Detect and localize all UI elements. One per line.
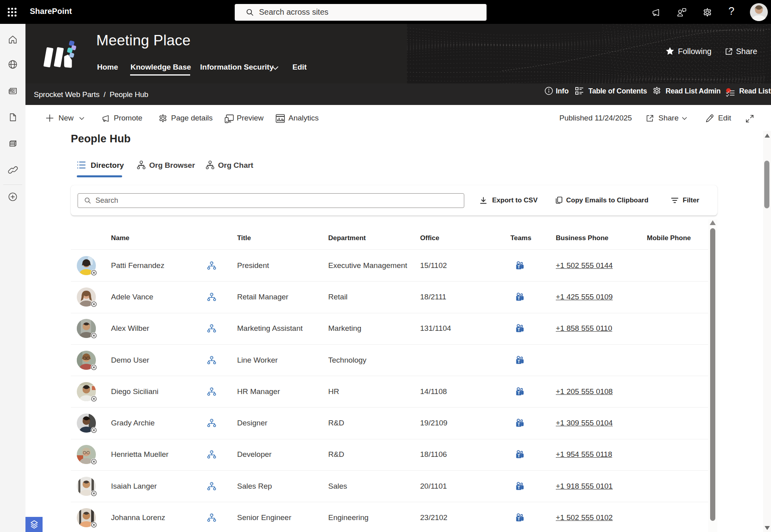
svg-text:T: T [518,265,520,269]
svg-text:T: T [518,391,520,395]
svg-text:T: T [518,296,520,301]
svg-text:T: T [518,359,520,364]
svg-text:T: T [518,422,520,427]
svg-text:T: T [518,485,520,490]
svg-text:T: T [518,517,520,521]
svg-text:T: T [518,328,520,332]
svg-text:T: T [518,454,520,458]
